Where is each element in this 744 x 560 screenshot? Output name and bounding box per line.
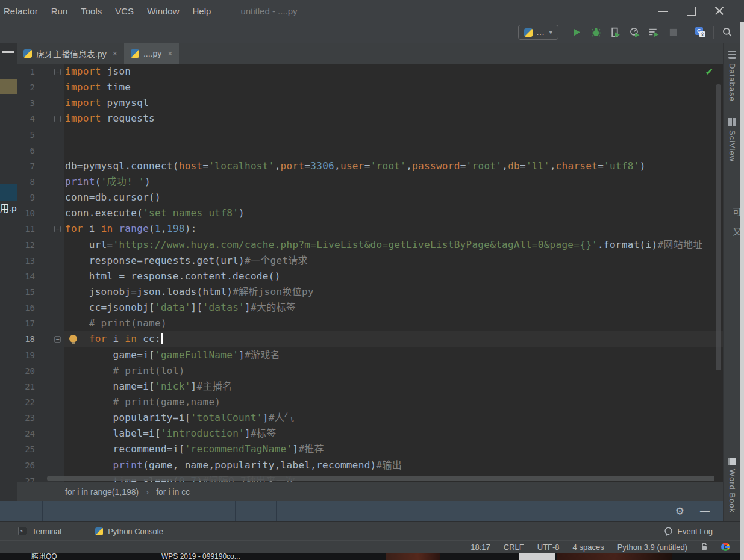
code-text[interactable]: import json: [64, 64, 723, 79]
sidebar-item-sciview[interactable]: SciView: [724, 118, 740, 162]
code-text[interactable]: print('成功! '): [64, 174, 723, 190]
code-line-21[interactable]: 21 name=i['nick']#主播名: [17, 379, 723, 394]
code-text[interactable]: import time: [64, 79, 723, 95]
sidebar-item-database[interactable]: Database: [724, 51, 740, 101]
code-line-5[interactable]: 5: [17, 127, 723, 143]
code-line-10[interactable]: 10conn.execute('set names utf8'): [17, 205, 723, 221]
menu-help[interactable]: Help: [186, 6, 218, 16]
code-text[interactable]: for i in range(1,198):: [64, 221, 723, 237]
menu-run[interactable]: Run: [45, 6, 75, 16]
code-text[interactable]: recommend=i['recommendTagName']#推荐: [64, 441, 723, 457]
hide-panel-icon[interactable]: —: [700, 506, 710, 517]
close-button[interactable]: [705, 0, 733, 22]
gutter-cell[interactable]: 1−: [17, 64, 64, 79]
search-everywhere-icon[interactable]: [722, 26, 733, 38]
code-line-14[interactable]: 14 html = response.content.decode(): [17, 269, 723, 284]
code-text[interactable]: # print(lol): [64, 363, 723, 379]
code-line-15[interactable]: 15 jsonobj=json.loads(html)#解析json换位py: [17, 284, 723, 300]
google-icon[interactable]: [721, 543, 730, 551]
fold-marker-icon[interactable]: −: [54, 336, 61, 343]
minimize-button[interactable]: [650, 0, 678, 22]
settings-gear-icon[interactable]: ⚙: [675, 505, 684, 517]
code-text[interactable]: response=requests.get(url)#一个get请求: [64, 253, 723, 269]
code-text[interactable]: html = response.content.decode(): [64, 269, 723, 284]
run-button[interactable]: [571, 26, 583, 38]
code-line-6[interactable]: 6: [17, 143, 723, 158]
code-text[interactable]: # print(name): [64, 316, 723, 331]
menu-window[interactable]: Window: [140, 6, 186, 16]
code-line-12[interactable]: 12 url='https://www.huya.com/cache.php?m…: [17, 237, 723, 253]
gutter-cell[interactable]: 22: [17, 394, 64, 410]
gutter-cell[interactable]: 15: [17, 284, 64, 300]
cursor-position-widget[interactable]: 18:17: [470, 543, 490, 552]
editor-tab-1[interactable]: ....py×: [124, 43, 180, 64]
gutter-cell[interactable]: 6: [17, 143, 64, 158]
gutter-cell[interactable]: 18−: [17, 331, 64, 347]
horizontal-scrollbar[interactable]: [47, 476, 714, 481]
code-text[interactable]: url='https://www.huya.com/cache.php?m=Li…: [64, 237, 723, 253]
inspections-ok-icon[interactable]: ✔: [705, 66, 713, 78]
code-text[interactable]: conn.execute('set names utf8'): [64, 205, 723, 221]
gutter-cell[interactable]: 3: [17, 95, 64, 111]
code-line-13[interactable]: 13 response=requests.get(url)#一个get请求: [17, 253, 723, 269]
tab-close-icon[interactable]: ×: [113, 49, 117, 58]
gutter-cell[interactable]: 16: [17, 300, 64, 316]
line-ending-widget[interactable]: CRLF: [504, 543, 524, 552]
breadcrumb-item[interactable]: for i in range(1,198): [65, 487, 139, 497]
code-text[interactable]: import pymysql: [64, 95, 723, 111]
code-line-3[interactable]: 3import pymysql: [17, 95, 723, 111]
code-line-9[interactable]: 9conn=db.cursor(): [17, 190, 723, 205]
code-text[interactable]: [64, 143, 723, 158]
code-text[interactable]: conn=db.cursor(): [64, 190, 723, 205]
gutter-cell[interactable]: 21: [17, 379, 64, 394]
python-console-button[interactable]: Python Console: [95, 527, 163, 536]
code-line-18[interactable]: 18− for i in cc:: [17, 331, 723, 347]
gutter-cell[interactable]: 9: [17, 190, 64, 205]
execute-selection-button[interactable]: [648, 26, 660, 38]
code-text[interactable]: game=i['gameFullName']#游戏名: [64, 347, 723, 363]
menu-refactor[interactable]: Refactor: [0, 6, 45, 16]
code-line-4[interactable]: 4import requests: [17, 111, 723, 126]
gutter-cell[interactable]: 26: [17, 458, 64, 473]
code-line-8[interactable]: 8print('成功! '): [17, 174, 723, 190]
tab-close-icon[interactable]: ×: [167, 49, 172, 58]
gutter-cell[interactable]: 5: [17, 127, 64, 143]
terminal-button[interactable]: >_ Terminal: [18, 527, 61, 536]
interpreter-widget[interactable]: Python 3.9 (untitled): [617, 543, 687, 552]
encoding-widget[interactable]: UTF-8: [537, 543, 560, 552]
gutter-cell[interactable]: 4: [17, 111, 64, 126]
code-text[interactable]: popularity=i['totalCount']#人气: [64, 410, 723, 426]
maximize-button[interactable]: [678, 0, 705, 22]
code-line-24[interactable]: 24 label=i['introduction']#标签: [17, 426, 723, 441]
code-line-1[interactable]: 1−import json: [17, 64, 723, 79]
menu-vcs[interactable]: VCS: [108, 6, 140, 16]
code-line-2[interactable]: 2import time: [17, 79, 723, 95]
code-line-26[interactable]: 26 print(game, name,popularity,label,rec…: [17, 458, 723, 473]
gutter-cell[interactable]: 14: [17, 269, 64, 284]
code-text[interactable]: import requests: [64, 111, 723, 126]
debug-button[interactable]: [590, 26, 602, 38]
gutter-cell[interactable]: 12: [17, 237, 64, 253]
stop-button[interactable]: [667, 26, 679, 38]
indent-widget[interactable]: 4 spaces: [573, 543, 604, 552]
gutter-cell[interactable]: 2: [17, 79, 64, 95]
gutter-cell[interactable]: 7: [17, 158, 64, 174]
code-line-23[interactable]: 23 popularity=i['totalCount']#人气: [17, 410, 723, 426]
code-text[interactable]: for i in cc:: [64, 331, 723, 347]
taskbar-item[interactable]: WPS 2019 - 099190co...: [161, 553, 240, 560]
lock-icon[interactable]: [701, 543, 708, 551]
gutter-cell[interactable]: 10: [17, 205, 64, 221]
run-with-coverage-button[interactable]: [610, 26, 621, 38]
taskbar-item[interactable]: 腾讯QQ: [31, 553, 57, 560]
vertical-scrollbar[interactable]: [716, 84, 721, 370]
gutter-cell[interactable]: 24: [17, 426, 64, 441]
code-text[interactable]: jsonobj=json.loads(html)#解析json换位py: [64, 284, 723, 300]
gutter-cell[interactable]: 13: [17, 253, 64, 269]
gutter-cell[interactable]: 23: [17, 410, 64, 426]
gutter-cell[interactable]: 25: [17, 441, 64, 457]
event-log-button[interactable]: Event Log: [664, 527, 744, 536]
editor-tab-0[interactable]: 虎牙主播信息表.py×: [17, 43, 124, 64]
gutter-cell[interactable]: 11−: [17, 221, 64, 237]
code-line-11[interactable]: 11−for i in range(1,198):: [17, 221, 723, 237]
code-line-22[interactable]: 22 # print(game,name): [17, 394, 723, 410]
